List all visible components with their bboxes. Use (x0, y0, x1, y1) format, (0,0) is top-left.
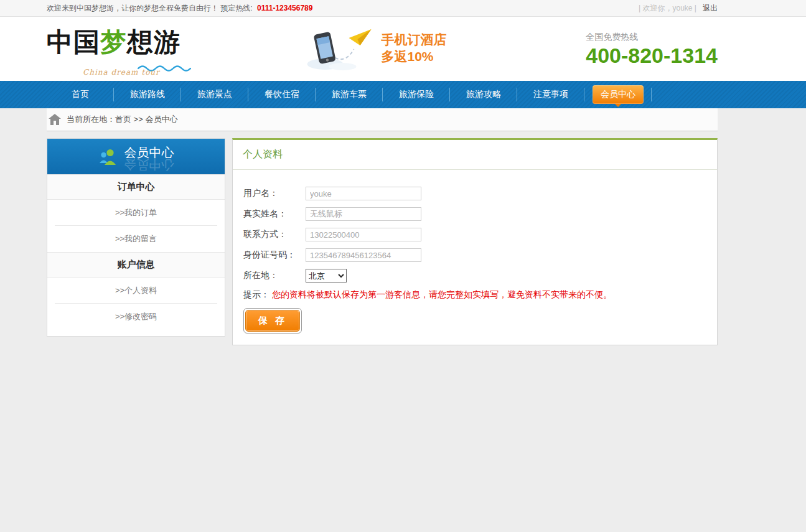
nav-item-label: 旅游攻略 (458, 85, 509, 104)
booking-hotline-label: 预定热线: (220, 4, 252, 12)
nav-item-label: 注意事项 (525, 85, 576, 104)
logo-tagline: China dream tour (83, 68, 160, 77)
welcome-text: 欢迎来到中国梦想游，让你的梦想全程免费自由行！ (47, 4, 218, 12)
sidebar-section-orders: 订单中心 (47, 174, 225, 200)
hint-text: 您的资料将被默认保存为第一游客信息，请您完整如实填写，避免资料不实带来的不便。 (272, 289, 612, 299)
id-number-label: 身份证号码： (243, 250, 306, 261)
member-sidebar: 会员中心 会员中心 订单中心 >>我的订单 >>我的留言 账户信息 >>个人资料… (47, 138, 225, 337)
logo-cn-part3: 游 (154, 27, 180, 57)
nav-item-dining-lodging[interactable]: 餐饮住宿 (248, 81, 316, 108)
save-button[interactable]: 保 存 (245, 310, 300, 332)
id-number-field[interactable] (306, 248, 421, 262)
welcome-message: 欢迎来到中国梦想游，让你的梦想全程免费自由行！ 预定热线: 0111-12345… (47, 3, 312, 14)
nav-item-guides[interactable]: 旅游攻略 (450, 81, 517, 108)
members-people-icon (98, 147, 118, 166)
main-navigation: 首页 旅游路线 旅游景点 餐饮住宿 旅游车票 旅游保险 旅游攻略 注意事项 会员… (0, 81, 806, 108)
form-hint: 提示： 您的资料将被默认保存为第一游客信息，请您完整如实填写，避免资料不实带来的… (243, 289, 717, 301)
breadcrumb: 当前所在地：首页 >> 会员中心 (47, 108, 718, 131)
location-select[interactable]: 北京 (306, 269, 347, 282)
promo-line2: 多返10% (382, 48, 447, 65)
nav-item-home[interactable]: 首页 (47, 81, 114, 108)
sidebar-section-account: 账户信息 (47, 252, 225, 278)
nav-item-label: 旅游路线 (122, 85, 173, 104)
mobile-hotel-promo-banner[interactable]: 手机订酒店 多返10% (307, 26, 447, 70)
realname-label: 真实姓名： (243, 208, 306, 220)
hotline-number: 400-820-1314 (586, 45, 718, 66)
sidebar-item-my-orders[interactable]: >>我的订单 (47, 200, 225, 226)
national-hotline: 全国免费热线 400-820-1314 (586, 32, 718, 66)
sidebar-item-my-messages[interactable]: >>我的留言 (47, 226, 225, 252)
nav-item-routes[interactable]: 旅游路线 (114, 81, 181, 108)
logo-cn-part2: 想 (127, 27, 154, 57)
logo-cn-green: 梦 (100, 27, 127, 57)
contact-field[interactable] (306, 228, 421, 241)
phone-paper-plane-icon (307, 26, 377, 70)
site-header: 中国梦想游 China dream tour (0, 17, 806, 81)
promo-line1: 手机订酒店 (382, 31, 447, 48)
nav-item-member-center[interactable]: 会员中心 (584, 81, 652, 108)
realname-field[interactable] (306, 207, 421, 221)
breadcrumb-path[interactable]: 首页 >> 会员中心 (115, 114, 177, 124)
topbar: 欢迎来到中国梦想游，让你的梦想全程免费自由行！ 预定热线: 0111-12345… (0, 0, 806, 17)
logo-cn-part1: 中国 (47, 27, 100, 57)
panel-title: 个人资料 (233, 140, 717, 170)
nav-item-label: 会员中心 (593, 85, 644, 104)
username-field[interactable] (306, 187, 421, 200)
nav-item-tickets[interactable]: 旅游车票 (316, 81, 383, 108)
nav-item-label: 餐饮住宿 (256, 85, 307, 104)
sidebar-header: 会员中心 会员中心 (47, 139, 225, 174)
username-label: 用户名： (243, 188, 306, 199)
hotline-label: 全国免费热线 (586, 32, 718, 43)
logout-link[interactable]: 退出 (703, 3, 718, 14)
nav-item-notices[interactable]: 注意事项 (517, 81, 584, 108)
nav-item-attractions[interactable]: 旅游景点 (181, 81, 248, 108)
sidebar-title-reflection: 会员中心 (124, 157, 174, 172)
sidebar-item-change-password[interactable]: >>修改密码 (47, 304, 225, 330)
save-button-frame: 保 存 (243, 308, 302, 334)
hint-label: 提示： (243, 289, 269, 299)
contact-label: 联系方式： (243, 229, 306, 240)
nav-item-label: 旅游保险 (391, 85, 442, 104)
nav-item-label: 旅游车票 (324, 85, 375, 104)
nav-item-label: 旅游景点 (189, 85, 240, 104)
home-icon (49, 114, 61, 125)
page-body: 当前所在地：首页 >> 会员中心 会员中心 会员中心 (0, 108, 806, 532)
booking-hotline-number: 0111-123456789 (257, 4, 312, 12)
nav-item-insurance[interactable]: 旅游保险 (383, 81, 450, 108)
breadcrumb-prefix: 当前所在地： (67, 114, 115, 124)
nav-item-label: 首页 (63, 85, 97, 104)
sidebar-item-profile[interactable]: >>个人资料 (47, 278, 225, 304)
location-label: 所在地： (243, 270, 306, 281)
user-greeting: | 欢迎你，youke | (639, 3, 696, 14)
site-logo[interactable]: 中国梦想游 China dream tour (47, 27, 196, 75)
logo-chinese-text: 中国梦想游 (47, 27, 196, 58)
promo-text: 手机订酒店 多返10% (382, 31, 447, 65)
profile-panel: 个人资料 用户名： 真实姓名： 联系方式： 身份证号 (232, 138, 718, 345)
